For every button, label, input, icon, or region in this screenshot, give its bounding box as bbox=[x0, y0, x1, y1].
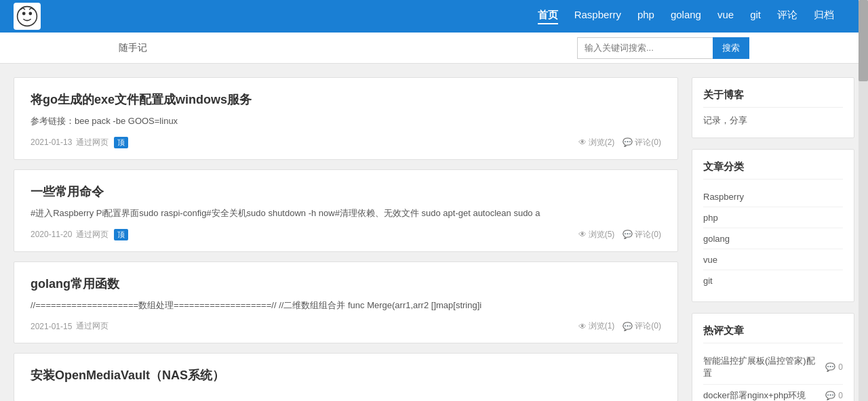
article-title[interactable]: 一些常用命令 bbox=[31, 184, 661, 200]
nav-git[interactable]: git bbox=[750, 9, 761, 24]
comment-icon: 💬 bbox=[623, 230, 633, 239]
main-nav: 首页 Raspberry php golang vue git 评论 归档 bbox=[538, 9, 834, 24]
article-stats: 👁 浏览(2) 💬 评论(0) bbox=[578, 137, 661, 148]
comment-icon: 💬 bbox=[825, 362, 835, 372]
nav-archive[interactable]: 归档 bbox=[814, 9, 834, 24]
hot-article-item[interactable]: 智能温控扩展板(温控管家)配置 💬 0 bbox=[703, 350, 843, 385]
article-stats: 👁 浏览(1) 💬 评论(0) bbox=[578, 320, 661, 332]
content-area: 将go生成的exe文件配置成windows服务 参考链接：bee pack -b… bbox=[14, 77, 678, 401]
eye-icon: 👁 bbox=[578, 322, 587, 331]
article-source: 通过网页 bbox=[76, 137, 108, 148]
hot-article-list: 智能温控扩展板(温控管家)配置 💬 0 docker部署nginx+php环境 … bbox=[703, 350, 843, 401]
article-stats: 👁 浏览(5) 💬 评论(0) bbox=[578, 229, 661, 240]
category-item-git[interactable]: git bbox=[703, 270, 843, 291]
nav-raspberry[interactable]: Raspberry bbox=[574, 9, 621, 24]
category-item-raspberry[interactable]: Raspberry bbox=[703, 186, 843, 207]
category-item-vue[interactable]: vue bbox=[703, 249, 843, 270]
hot-article-link[interactable]: 智能温控扩展板(温控管家)配置 bbox=[703, 355, 823, 379]
badge-top: 顶 bbox=[114, 229, 128, 240]
article-excerpt: #进入Raspberry Pi配置界面sudo raspi-config#安全关… bbox=[31, 207, 661, 221]
article-date: 2021-01-13 bbox=[31, 138, 72, 147]
comment-icon: 💬 bbox=[623, 138, 633, 147]
article-source: 通过网页 bbox=[76, 320, 108, 332]
site-logo[interactable] bbox=[14, 3, 41, 30]
hot-article-link[interactable]: docker部署nginx+php环境 bbox=[703, 389, 823, 401]
comment-icon: 💬 bbox=[623, 322, 633, 331]
nav-comments[interactable]: 评论 bbox=[777, 9, 797, 24]
svg-point-2 bbox=[28, 12, 32, 16]
search-area: 搜索 bbox=[577, 37, 749, 59]
article-date: 2021-01-15 bbox=[31, 322, 72, 331]
article-title[interactable]: 安装OpenMediaVault（NAS系统） bbox=[31, 367, 661, 383]
eye-icon: 👁 bbox=[578, 230, 587, 239]
sidebar-categories: 文章分类 Raspberry php golang vue git bbox=[692, 149, 854, 302]
article-title[interactable]: golang常用函数 bbox=[31, 276, 661, 292]
sidebar-hot-articles: 热评文章 智能温控扩展板(温控管家)配置 💬 0 docker部署nginx+p… bbox=[692, 313, 854, 401]
article-date: 2020-11-20 bbox=[31, 230, 72, 239]
comment-count: 💬 评论(0) bbox=[623, 320, 661, 332]
category-item-golang[interactable]: golang bbox=[703, 228, 843, 249]
search-button[interactable]: 搜索 bbox=[713, 37, 749, 59]
article-meta: 2021-01-13 通过网页 顶 👁 浏览(2) 💬 评论(0) bbox=[31, 137, 661, 148]
comment-count: 0 bbox=[838, 391, 843, 400]
sub-header: 随手记 搜索 bbox=[0, 33, 868, 64]
article-excerpt: 参考链接：bee pack -be GOOS=linux bbox=[31, 114, 661, 129]
sidebar-hot-title: 热评文章 bbox=[703, 324, 843, 343]
article-meta: 2021-01-15 通过网页 👁 浏览(1) 💬 评论(0) bbox=[31, 320, 661, 332]
article-card: golang常用函数 //====================数组处理===… bbox=[14, 261, 678, 344]
sidebar-about-title: 关于博客 bbox=[703, 89, 843, 108]
nav-vue[interactable]: vue bbox=[717, 9, 734, 24]
sidebar-about-text: 记录，分享 bbox=[703, 114, 843, 127]
site-tagline: 随手记 bbox=[119, 42, 147, 54]
comment-count: 0 bbox=[838, 362, 843, 372]
category-list: Raspberry php golang vue git bbox=[703, 186, 843, 291]
article-card: 安装OpenMediaVault（NAS系统） bbox=[14, 353, 678, 401]
view-count: 👁 浏览(2) bbox=[578, 137, 615, 148]
badge-top: 顶 bbox=[114, 137, 128, 148]
view-count: 👁 浏览(5) bbox=[578, 229, 615, 240]
comment-count: 💬 评论(0) bbox=[623, 229, 661, 240]
nav-home[interactable]: 首页 bbox=[538, 9, 558, 24]
eye-icon: 👁 bbox=[578, 138, 587, 147]
article-card: 一些常用命令 #进入Raspberry Pi配置界面sudo raspi-con… bbox=[14, 169, 678, 252]
category-item-php[interactable]: php bbox=[703, 207, 843, 228]
svg-point-1 bbox=[22, 12, 26, 16]
comment-icon: 💬 bbox=[825, 391, 835, 400]
nav-golang[interactable]: golang bbox=[671, 9, 701, 24]
article-meta: 2020-11-20 通过网页 顶 👁 浏览(5) 💬 评论(0) bbox=[31, 229, 661, 240]
search-input[interactable] bbox=[577, 37, 713, 59]
article-title[interactable]: 将go生成的exe文件配置成windows服务 bbox=[31, 91, 661, 108]
page-scrollbar[interactable] bbox=[859, 0, 868, 401]
view-count: 👁 浏览(1) bbox=[578, 320, 615, 332]
sidebar-about: 关于博客 记录，分享 bbox=[692, 77, 854, 138]
article-card: 将go生成的exe文件配置成windows服务 参考链接：bee pack -b… bbox=[14, 77, 678, 160]
sidebar: 关于博客 记录，分享 文章分类 Raspberry php golang vue… bbox=[692, 77, 854, 401]
scrollbar-thumb[interactable] bbox=[859, 0, 868, 81]
hot-article-item[interactable]: docker部署nginx+php环境 💬 0 bbox=[703, 385, 843, 401]
main-wrapper: 将go生成的exe文件配置成windows服务 参考链接：bee pack -b… bbox=[14, 64, 854, 401]
sidebar-categories-title: 文章分类 bbox=[703, 161, 843, 180]
article-source: 通过网页 bbox=[76, 229, 108, 240]
comment-count: 💬 评论(0) bbox=[623, 137, 661, 148]
header: 首页 Raspberry php golang vue git 评论 归档 bbox=[0, 0, 868, 33]
article-excerpt: //====================数组处理==============… bbox=[31, 299, 661, 313]
nav-php[interactable]: php bbox=[637, 9, 654, 24]
